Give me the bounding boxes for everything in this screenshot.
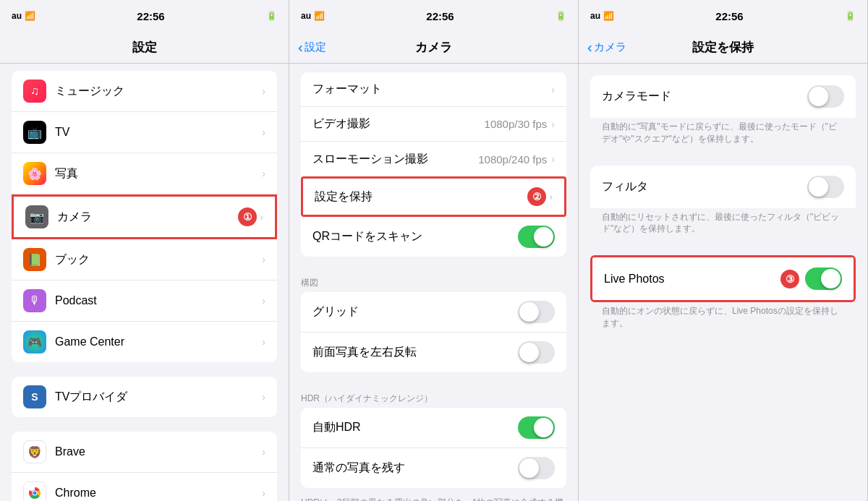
mirror-toggle[interactable]: [518, 341, 555, 364]
panel-settings: au 📶 22:56 🔋 設定 ♫ ミュージック ›: [0, 0, 289, 501]
hdr-desc: HDRは、3段階の異なる露出の良い部分を、1枚の写真に合成する機能です。HDR版…: [289, 494, 578, 501]
list-item-camera-mode[interactable]: カメラモード: [590, 75, 856, 118]
books-icon: 📗: [23, 248, 46, 271]
list-item-chrome[interactable]: Chrome ›: [12, 473, 277, 501]
grid-label: グリッド: [312, 304, 518, 320]
panel-camera: au 📶 22:56 🔋 ‹ 設定 カメラ フォーマット › ビデオ撮影 108…: [289, 0, 579, 501]
svg-point-3: [33, 492, 37, 495]
filter-group: フィルタ: [590, 166, 856, 208]
back-chevron-icon: ‹: [587, 39, 592, 56]
list-item-music[interactable]: ♫ ミュージック ›: [12, 71, 277, 112]
settings-group-2: S TVプロバイダ ›: [12, 377, 277, 417]
list-item-slow[interactable]: スローモーション撮影 1080p/240 fps ›: [301, 142, 566, 176]
wifi-icon-2: 📶: [314, 11, 325, 21]
wifi-icon-3: 📶: [603, 11, 614, 21]
toggle-knob: [519, 302, 539, 322]
music-label: ミュージック: [55, 84, 262, 99]
qr-label: QRコードをスキャン: [312, 229, 518, 244]
nav-bar-1: 設定: [0, 32, 289, 64]
video-value: 1080p/30 fps: [485, 118, 548, 130]
badge-2: ②: [527, 187, 546, 206]
hdr-group: 自動HDR 通常の写真を残す: [301, 408, 566, 488]
books-label: ブック: [55, 252, 262, 267]
scroll-content-3: カメラモード 自動的に"写真"モードに戻らずに、最後に使ったモード（"ビデオ"や…: [579, 64, 867, 501]
list-item-brave[interactable]: 🦁 Brave ›: [12, 432, 277, 473]
nav-back-2[interactable]: ‹ 設定: [298, 39, 326, 56]
filter-toggle[interactable]: [807, 176, 844, 198]
tv-icon: 📺: [23, 121, 46, 144]
slow-label: スローモーション撮影: [312, 152, 478, 167]
camera-group-1: フォーマット › ビデオ撮影 1080p/30 fps › スローモーション撮影…: [301, 72, 566, 176]
nav-back-label-2: 設定: [305, 40, 326, 54]
time-2: 22:56: [426, 10, 454, 22]
autohdr-label: 自動HDR: [312, 420, 518, 435]
podcast-icon: 🎙: [23, 289, 46, 312]
gamecenter-icon: 🎮: [23, 330, 46, 354]
qr-toggle[interactable]: [518, 226, 555, 248]
keepphoto-toggle[interactable]: [518, 457, 555, 479]
status-right-1: 🔋: [266, 11, 277, 21]
live-photos-toggle[interactable]: [805, 267, 842, 290]
nav-back-3[interactable]: ‹ カメラ: [587, 39, 626, 56]
list-item-autohdr[interactable]: 自動HDR: [301, 408, 566, 448]
filter-label: フィルタ: [602, 179, 807, 194]
video-label: ビデオ撮影: [312, 116, 485, 132]
slow-value: 1080p/240 fps: [478, 153, 547, 166]
toggle-knob: [534, 418, 553, 437]
carrier-2: au: [301, 11, 311, 21]
composition-section-label: 構図: [289, 271, 578, 292]
chevron-icon: ›: [262, 487, 265, 499]
photos-label: 写真: [55, 166, 262, 181]
hdr-section-label: HDR（ハイダイナミックレンジ）: [289, 387, 578, 408]
camera-mode-desc: 自動的に"写真"モードに戻らずに、最後に使ったモード（"ビデオ"や"スクエア"な…: [590, 118, 856, 154]
list-item-filter[interactable]: フィルタ: [590, 166, 856, 208]
list-item-live-photos[interactable]: Live Photos ③: [592, 257, 854, 300]
status-bar-1: au 📶 22:56 🔋: [0, 0, 289, 32]
list-item-photos[interactable]: 🌸 写真 ›: [12, 153, 277, 194]
back-chevron-icon: ‹: [298, 39, 303, 56]
chevron-icon: ›: [551, 119, 555, 130]
list-item-camera[interactable]: 📷 カメラ ① ›: [14, 197, 275, 237]
grid-toggle[interactable]: [518, 301, 555, 323]
toggle-knob: [809, 177, 828, 197]
photos-icon: 🌸: [23, 162, 46, 185]
page-title-2: カメラ: [415, 39, 452, 56]
chevron-icon: ›: [262, 168, 265, 179]
page-title-3: 設定を保持: [692, 39, 754, 56]
list-item-podcast[interactable]: 🎙 Podcast ›: [12, 281, 277, 322]
list-item-tv[interactable]: 📺 TV ›: [12, 112, 277, 153]
list-item-mirror[interactable]: 前面写真を左右反転: [301, 333, 566, 372]
music-icon: ♫: [23, 80, 46, 103]
camera-group-qr: QRコードをスキャン: [301, 217, 566, 257]
status-left-3: au 📶: [590, 11, 614, 21]
settings-group-1: ♫ ミュージック › 📺 TV › 🌸 写真 ›: [12, 71, 277, 362]
list-item-tvprovider[interactable]: S TVプロバイダ ›: [12, 377, 277, 417]
chevron-icon: ›: [262, 85, 265, 97]
nav-bar-2: ‹ 設定 カメラ: [289, 32, 578, 64]
live-photos-highlight: Live Photos ③: [590, 255, 856, 302]
toggle-knob: [519, 458, 539, 478]
list-item-qr[interactable]: QRコードをスキャン: [301, 217, 566, 257]
keepphoto-label: 通常の写真を残す: [312, 461, 518, 476]
list-item-books[interactable]: 📗 ブック ›: [12, 239, 277, 281]
list-item-format[interactable]: フォーマット ›: [301, 72, 566, 107]
toggle-knob: [519, 343, 539, 362]
nav-back-label-3: カメラ: [594, 40, 626, 54]
settings-keep-label: 設定を保持: [315, 189, 522, 205]
tvprovider-icon: S: [23, 385, 46, 408]
status-right-3: 🔋: [845, 11, 856, 21]
settings-group-3: 🦁 Brave ›: [12, 432, 277, 501]
list-item-keepphoto[interactable]: 通常の写真を残す: [301, 448, 566, 488]
list-item-grid[interactable]: グリッド: [301, 292, 566, 333]
status-left-1: au 📶: [12, 11, 35, 21]
camera-mode-toggle[interactable]: [807, 85, 844, 108]
chevron-icon: ›: [551, 84, 555, 95]
status-bar-3: au 📶 22:56 🔋: [579, 0, 867, 32]
list-item-video[interactable]: ビデオ撮影 1080p/30 fps ›: [301, 107, 566, 142]
carrier-1: au: [12, 11, 22, 21]
autohdr-toggle[interactable]: [518, 416, 555, 439]
list-item-settings-keep[interactable]: 設定を保持 ② ›: [303, 179, 564, 215]
panel-settings-keep: au 📶 22:56 🔋 ‹ カメラ 設定を保持 カメラモード 自動的に"写真"…: [579, 0, 868, 501]
camera-mode-label: カメラモード: [602, 89, 807, 104]
list-item-gamecenter[interactable]: 🎮 Game Center ›: [12, 322, 277, 362]
